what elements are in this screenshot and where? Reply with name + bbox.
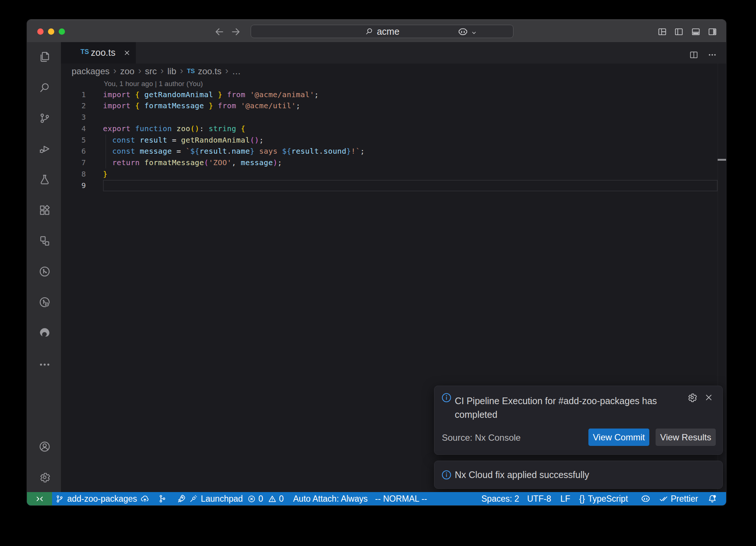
problems-status-item[interactable]: 0 0 <box>247 492 284 505</box>
project-graph-icon[interactable] <box>38 235 51 247</box>
window-close-button[interactable] <box>37 28 44 35</box>
code-token <box>103 136 112 144</box>
language-status-item[interactable]: {} TypeScript <box>579 492 628 505</box>
code-text[interactable]: export function zoo(): string { <box>103 123 245 134</box>
editor-code-area[interactable]: 1import { getRandomAnimal } from '@acme/… <box>61 89 726 191</box>
code-line[interactable]: 1import { getRandomAnimal } from '@acme/… <box>61 89 726 100</box>
branch-name: add-zoo-packages <box>67 494 137 504</box>
breadcrumb-item[interactable]: … <box>232 66 241 76</box>
eol-status-item[interactable]: LF <box>560 492 570 505</box>
breadcrumb-item[interactable]: packages <box>72 66 110 76</box>
view-commit-button[interactable]: View Commit <box>588 429 649 446</box>
close-icon[interactable] <box>704 392 715 403</box>
code-text[interactable]: return formatMessage('ZOO', message); <box>103 157 282 168</box>
code-line[interactable]: 5 const result = getRandomAnimal(); <box>61 134 726 146</box>
notifications-bell-item[interactable] <box>707 492 718 505</box>
line-number[interactable]: 9 <box>61 180 86 191</box>
line-number[interactable]: 1 <box>61 89 86 100</box>
window-minimize-button[interactable] <box>48 28 54 35</box>
copilot-status-item[interactable] <box>640 492 651 505</box>
formatter-status-item[interactable]: Prettier <box>659 492 698 505</box>
close-icon[interactable] <box>123 49 131 57</box>
line-number[interactable]: 2 <box>61 100 86 112</box>
window-zoom-button[interactable] <box>59 28 65 35</box>
code-line[interactable]: 7 return formatMessage('ZOO', message); <box>61 157 726 168</box>
code-token: const <box>112 136 140 144</box>
editor-actions-more-icon[interactable] <box>707 50 717 60</box>
code-token: ) <box>255 136 259 144</box>
auto-attach-status-item[interactable]: Auto Attach: Always <box>293 492 368 505</box>
line-number[interactable]: 6 <box>61 146 86 157</box>
layout-sidebar-left-icon[interactable] <box>674 27 684 37</box>
layout-customize-icon[interactable] <box>657 27 667 37</box>
more-icon[interactable] <box>38 358 51 371</box>
code-token: '@acme/animal' <box>250 90 314 99</box>
split-editor-icon[interactable] <box>689 50 699 60</box>
code-token: getRandomAnimal <box>140 90 218 99</box>
line-number[interactable]: 8 <box>61 168 86 180</box>
warning-count: 0 <box>279 494 284 504</box>
code-text[interactable]: const message = `${result.name} says ${r… <box>103 146 365 157</box>
testing-icon[interactable] <box>38 173 51 186</box>
breadcrumb-item[interactable]: lib <box>167 66 176 76</box>
breadcrumb-item[interactable]: src <box>145 66 157 76</box>
vim-mode-status-item[interactable]: -- NORMAL -- <box>375 492 427 505</box>
code-text[interactable]: const result = getRandomAnimal(); <box>103 134 264 146</box>
code-text[interactable]: import { formatMessage } from '@acme/uti… <box>103 100 300 112</box>
code-line[interactable]: 6 const message = `${result.name} says $… <box>61 146 726 157</box>
code-line[interactable]: 2import { formatMessage } from '@acme/ut… <box>61 100 726 112</box>
account-icon[interactable] <box>38 440 51 453</box>
code-token: name <box>231 147 250 156</box>
source-control-icon[interactable] <box>38 112 51 124</box>
code-text[interactable]: } <box>103 168 107 180</box>
code-token: from <box>223 90 250 99</box>
settings-gear-icon[interactable] <box>38 471 51 484</box>
code-line[interactable]: 8} <box>61 168 726 180</box>
branch-status-item[interactable]: add-zoo-packages <box>55 492 150 505</box>
edge-tools-icon[interactable] <box>38 327 51 339</box>
code-token: ( <box>204 158 209 167</box>
run-and-debug-icon[interactable] <box>38 143 51 155</box>
line-number[interactable]: 7 <box>61 157 86 168</box>
source-control-graph-icon <box>157 494 167 504</box>
explorer-icon[interactable] <box>38 51 51 63</box>
nx-cloud-icon[interactable] <box>38 296 51 308</box>
encoding-status-item[interactable]: UTF-8 <box>527 492 551 505</box>
info-icon <box>441 470 452 480</box>
search-icon[interactable] <box>38 81 51 94</box>
line-number[interactable]: 5 <box>61 134 86 146</box>
code-token: formatMessage <box>144 158 204 167</box>
nx-console-icon[interactable] <box>38 265 51 278</box>
search-query: acme <box>377 26 399 37</box>
gear-icon[interactable] <box>687 392 698 403</box>
copilot-icon[interactable] <box>457 26 469 38</box>
arrow-forward-icon[interactable] <box>230 26 241 37</box>
code-token: ` <box>186 147 190 156</box>
code-token: ) <box>273 158 277 167</box>
line-number[interactable]: 4 <box>61 123 86 134</box>
remote-indicator[interactable] <box>27 492 52 505</box>
language-label: TypeScript <box>588 494 628 504</box>
source-control-graph-item[interactable] <box>157 492 167 505</box>
code-token: return <box>112 158 144 167</box>
code-line[interactable]: 3 <box>61 112 726 123</box>
extensions-icon[interactable] <box>38 204 51 216</box>
arrow-back-icon[interactable] <box>214 26 225 37</box>
line-number[interactable]: 3 <box>61 112 86 123</box>
view-results-button[interactable]: View Results <box>656 429 716 446</box>
chevron-right-icon: › <box>176 65 187 76</box>
code-token: , <box>231 158 241 167</box>
spaces-status-item[interactable]: Spaces: 2 <box>481 492 519 505</box>
chevron-down-icon[interactable] <box>471 30 477 36</box>
layout-sidebar-right-icon[interactable] <box>707 27 718 37</box>
code-line[interactable]: 4export function zoo(): string { <box>61 123 726 134</box>
breadcrumb-item[interactable]: zoo <box>120 66 134 76</box>
layout-panel-bottom-icon[interactable] <box>691 27 701 37</box>
tab-zoo-ts[interactable]: TS zoo.ts <box>61 42 136 64</box>
code-line[interactable]: 9 <box>61 180 726 191</box>
code-token: import <box>103 101 135 110</box>
breadcrumb-item[interactable]: zoo.ts <box>198 66 221 76</box>
code-text[interactable]: import { getRandomAnimal } from '@acme/a… <box>103 89 319 100</box>
bell-icon <box>707 494 718 504</box>
launchpad-status-item[interactable]: Launchpad <box>176 492 243 505</box>
